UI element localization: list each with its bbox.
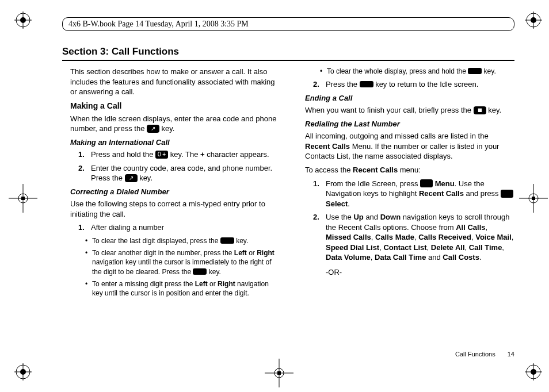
redial-step-1: 1. From the Idle Screen, press Menu. Use…	[313, 179, 514, 209]
registration-mark-br	[525, 363, 542, 381]
registration-mark-tr	[525, 11, 542, 29]
registration-mark-tl	[14, 11, 32, 29]
correct-step-1: 1.After dialing a number	[78, 222, 280, 233]
clear-key-icon	[468, 68, 482, 74]
correct-bullet-1: To clear the last digit displayed, press…	[85, 236, 280, 245]
page-footer: Call Functions 14	[455, 351, 514, 358]
svg-rect-27	[277, 371, 281, 375]
section-title: Section 3: Call Functions	[62, 46, 514, 61]
redial-step-2: 2. Use the Up and Down navigation keys t…	[313, 212, 514, 277]
svg-point-15	[531, 369, 536, 375]
clear-key-icon	[220, 237, 234, 244]
intl-call-heading: Making an International Call	[70, 137, 280, 148]
intl-step-2: 2. Enter the country code, area code, an…	[78, 163, 280, 183]
page-content: Section 3: Call Functions This section d…	[62, 46, 514, 358]
softkey-icon	[501, 190, 513, 198]
correct-bullet-2: To clear another digit in the number, pr…	[85, 248, 280, 276]
left-column: This section describes how to make or an…	[62, 67, 280, 301]
svg-point-3	[20, 17, 26, 23]
zero-plus-key-icon: 0 +	[155, 151, 168, 159]
correcting-heading: Correcting a Dialed Number	[70, 187, 280, 197]
ending-call-text: When you want to finish your call, brief…	[305, 105, 514, 116]
footer-label: Call Functions	[455, 351, 495, 358]
making-a-call-heading: Making a Call	[70, 101, 280, 112]
svg-point-11	[20, 369, 26, 375]
intro-paragraph: This section describes how to make or an…	[70, 67, 280, 97]
page-number: 14	[508, 351, 514, 358]
registration-mark-bl	[14, 363, 32, 381]
send-key-icon: ↗	[125, 174, 138, 182]
correct-step-2: 2. Press the key to return to the Idle s…	[313, 79, 514, 90]
redial-heading: Redialing the Last Number	[305, 119, 514, 129]
header-text: 4x6 B-W.book Page 14 Tuesday, April 1, 2…	[68, 20, 249, 28]
send-key-icon: ↗	[147, 125, 159, 133]
correct-bullet-4: To clear the whole display, press and ho…	[320, 67, 514, 76]
access-recent-calls: To access the Recent Calls menu:	[305, 165, 514, 175]
svg-point-7	[531, 17, 536, 23]
end-key-icon: ⏹	[474, 106, 486, 114]
correct-bullet-3: To enter a missing digit press the Left …	[85, 279, 280, 298]
end-key-icon	[360, 81, 373, 87]
intl-step-1: 1. Press and hold the 0 + key. The + cha…	[78, 149, 280, 160]
making-a-call-text: When the Idle screen displays, enter the…	[70, 114, 280, 134]
or-text: -OR-	[326, 267, 514, 278]
softkey-icon	[420, 179, 433, 187]
crop-mark-bottom	[265, 359, 293, 387]
svg-rect-19	[21, 197, 25, 200]
crop-mark-right	[519, 184, 548, 213]
correcting-intro: Use the following steps to correct a mis…	[70, 199, 280, 219]
right-column: To clear the whole display, press and ho…	[297, 67, 514, 301]
svg-rect-23	[532, 197, 535, 200]
clear-key-icon	[193, 268, 207, 275]
crop-mark-left	[9, 184, 37, 213]
ending-call-heading: Ending a Call	[305, 93, 514, 103]
framemaker-header: 4x6 B-W.book Page 14 Tuesday, April 1, 2…	[62, 17, 514, 31]
redial-paragraph: All incoming, outgoing and missed calls …	[305, 131, 514, 162]
